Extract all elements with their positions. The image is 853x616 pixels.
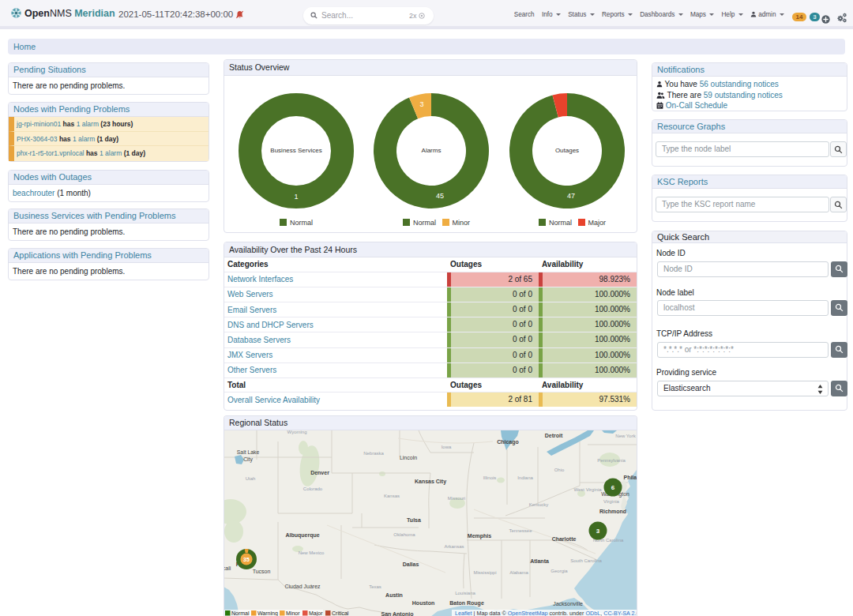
svg-text:South Carolina: South Carolina — [570, 558, 602, 563]
svg-text:Richmond: Richmond — [599, 509, 626, 514]
svg-text:Kentucky: Kentucky — [529, 502, 549, 507]
svg-text:Tennessee: Tennessee — [509, 528, 532, 533]
svg-text:Wyoming: Wyoming — [287, 430, 307, 434]
svg-text:Atlanta: Atlanta — [530, 558, 549, 564]
svg-text:Kansas: Kansas — [384, 494, 400, 498]
svg-text:Mississippi: Mississippi — [473, 570, 496, 575]
svg-text:Oklahoma: Oklahoma — [393, 532, 415, 537]
svg-text:Detroit: Detroit — [545, 433, 563, 438]
svg-text:Illinois: Illinois — [483, 475, 497, 480]
svg-text:Denver: Denver — [310, 470, 329, 475]
svg-text:Kansas City: Kansas City — [415, 479, 446, 485]
svg-text:Memphis: Memphis — [468, 533, 491, 539]
svg-text:Austin: Austin — [385, 592, 403, 598]
svg-text:Leaflet | Map data © OpenStree: Leaflet | Map data © OpenStreetMap contr… — [455, 610, 637, 616]
svg-text:City: City — [243, 456, 253, 463]
svg-text:Tulsa: Tulsa — [407, 517, 421, 523]
svg-text:Lincoln: Lincoln — [400, 455, 417, 460]
svg-text:New York: New York — [615, 434, 636, 438]
svg-text:Virginia: Virginia — [603, 499, 620, 504]
svg-text:Baton Rouge: Baton Rouge — [449, 600, 484, 607]
svg-text:Charlotte: Charlotte — [552, 536, 577, 542]
svg-text:Albuquerque: Albuquerque — [285, 532, 319, 539]
svg-text:Salt Lake: Salt Lake — [237, 449, 260, 455]
svg-text:New Mexico: New Mexico — [299, 550, 325, 555]
svg-text:Major: Major — [309, 610, 323, 616]
svg-text:Normal: Normal — [231, 610, 250, 616]
svg-text:Ciudad Juárez: Ciudad Juárez — [284, 584, 321, 589]
svg-text:Tucson: Tucson — [253, 569, 271, 574]
svg-text:Indiana: Indiana — [517, 475, 533, 480]
svg-text:Warning: Warning — [257, 610, 278, 616]
svg-text:Georgia: Georgia — [551, 569, 568, 573]
svg-text:Pennsylvania: Pennsylvania — [597, 458, 626, 463]
svg-text:3: 3 — [596, 528, 600, 535]
svg-text:Alabama: Alabama — [509, 570, 528, 575]
svg-text:35: 35 — [243, 557, 250, 562]
svg-text:Minor: Minor — [286, 610, 300, 616]
svg-text:Houston: Houston — [412, 600, 434, 606]
svg-text:Colorado: Colorado — [303, 486, 323, 491]
svg-text:cali: cali — [224, 565, 231, 571]
svg-text:Dallas: Dallas — [403, 562, 419, 567]
svg-text:Chicago: Chicago — [497, 439, 519, 445]
svg-text:Texas: Texas — [369, 584, 381, 589]
svg-text:Critical: Critical — [332, 610, 349, 616]
svg-text:Jacksonville: Jacksonville — [553, 601, 583, 607]
svg-text:Ohio: Ohio — [554, 468, 565, 472]
svg-text:Arkansas: Arkansas — [444, 544, 464, 549]
svg-text:Philad: Philad — [623, 475, 637, 480]
svg-text:West Virginia: West Virginia — [573, 487, 602, 492]
svg-text:Louisiana: Louisiana — [455, 591, 475, 595]
svg-text:San Antonio: San Antonio — [381, 611, 414, 616]
svg-text:Iowa: Iowa — [442, 445, 452, 449]
svg-text:Nebraska: Nebraska — [363, 451, 384, 456]
svg-text:6: 6 — [611, 484, 615, 491]
svg-text:Utah: Utah — [246, 476, 256, 481]
svg-text:Missouri: Missouri — [448, 496, 465, 501]
